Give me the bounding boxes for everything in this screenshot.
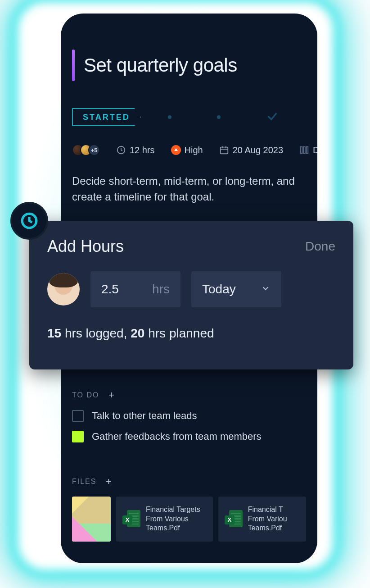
- date-value: 20 Aug 2023: [233, 145, 283, 155]
- excel-badge: X: [122, 515, 132, 524]
- title-block: Set quarterly goals: [72, 50, 306, 81]
- checkbox-checked[interactable]: [72, 431, 84, 442]
- date-value: Today: [202, 282, 236, 296]
- file-name: Financial T From Variou Teams.Pdf: [248, 505, 287, 533]
- excel-badge: X: [225, 515, 235, 524]
- todo-item[interactable]: Talk to other team leads: [72, 410, 306, 422]
- file-card[interactable]: X Financial Targets From Various Teams.P…: [116, 497, 213, 542]
- add-hours-panel: Add Hours Done 2.5 hrs Today 15 hrs logg…: [29, 221, 353, 369]
- priority-high-icon: [171, 145, 181, 155]
- file-thumbnail[interactable]: [72, 497, 111, 542]
- hours-value: 12 hrs: [130, 145, 155, 155]
- thumbnail-image: [72, 497, 111, 542]
- logged-number: 15: [47, 326, 61, 340]
- todo-item[interactable]: Gather feedbacks from team members: [72, 431, 306, 442]
- excel-icon: X: [122, 510, 140, 528]
- calendar-icon: [219, 145, 229, 155]
- panel-title: Add Hours: [47, 237, 124, 256]
- file-name: Financial Targets From Various Teams.Pdf: [146, 505, 207, 533]
- hours-value: 2.5: [101, 282, 119, 296]
- section-header: TO DO +: [72, 390, 306, 400]
- planned-number: 20: [131, 326, 144, 340]
- section-title: FILES: [72, 478, 96, 486]
- status-row: STARTED: [72, 108, 306, 126]
- progress-dot: [168, 115, 171, 119]
- column-value: D: [313, 145, 317, 155]
- todo-label: Gather feedbacks from team members: [92, 431, 262, 442]
- priority-label: High: [185, 145, 203, 155]
- user-avatar[interactable]: [47, 273, 80, 305]
- add-file-button[interactable]: +: [104, 477, 113, 487]
- column-meta[interactable]: D: [299, 145, 317, 155]
- title-accent-bar: [72, 50, 75, 81]
- section-title: TO DO: [72, 391, 99, 399]
- section-header: FILES +: [72, 477, 306, 487]
- priority-meta[interactable]: High: [171, 145, 203, 155]
- clock-icon: [116, 145, 126, 155]
- task-title: Set quarterly goals: [84, 55, 237, 76]
- hours-meta[interactable]: 12 hrs: [116, 145, 155, 155]
- todo-label: Talk to other team leads: [92, 410, 197, 422]
- files-section: FILES + X Financial Targets From Various…: [72, 477, 306, 542]
- columns-icon: [299, 145, 309, 155]
- progress-dot: [217, 115, 221, 119]
- svg-rect-1: [220, 147, 228, 154]
- status-chip[interactable]: STARTED: [72, 108, 141, 126]
- svg-rect-7: [307, 147, 308, 154]
- task-description: Decide short-term, mid-term, or long-ter…: [72, 173, 304, 205]
- date-select[interactable]: Today: [191, 271, 281, 307]
- hours-summary: 15 hrs logged, 20 hrs planned: [47, 326, 335, 341]
- status-label: STARTED: [83, 113, 130, 122]
- file-card[interactable]: X Financial T From Variou Teams.Pdf: [218, 497, 306, 542]
- todo-section: TO DO + Talk to other team leads Gather …: [72, 390, 306, 451]
- check-icon: [266, 110, 279, 124]
- add-todo-button[interactable]: +: [106, 390, 116, 400]
- status-progress-dots: [141, 110, 306, 124]
- checkbox-unchecked[interactable]: [72, 410, 84, 422]
- done-button[interactable]: Done: [305, 239, 335, 254]
- excel-icon: X: [225, 510, 243, 528]
- svg-rect-5: [301, 147, 302, 154]
- files-row: X Financial Targets From Various Teams.P…: [72, 497, 306, 542]
- hours-input[interactable]: 2.5 hrs: [90, 271, 180, 307]
- avatar-more-count: +5: [88, 144, 100, 156]
- chevron-down-icon: [261, 282, 271, 296]
- meta-row: +5 12 hrs High 20: [72, 143, 317, 157]
- assignees[interactable]: +5: [72, 144, 100, 156]
- hours-unit: hrs: [152, 282, 170, 296]
- svg-rect-6: [303, 147, 305, 154]
- date-meta[interactable]: 20 Aug 2023: [219, 145, 283, 155]
- clock-badge: [10, 202, 48, 240]
